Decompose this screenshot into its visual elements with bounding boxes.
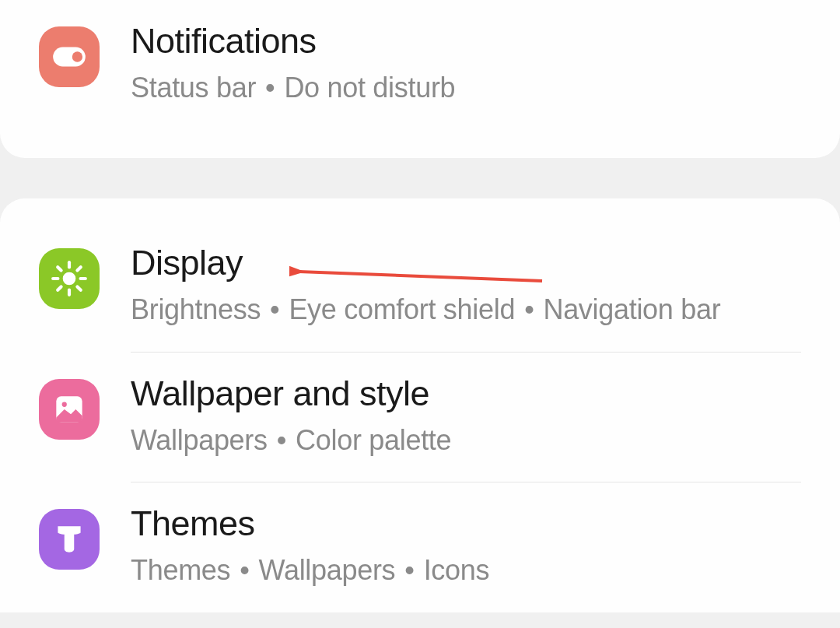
settings-item-text: Notifications Status bar•Do not disturb [131,20,801,107]
svg-point-14 [62,402,67,406]
settings-item-subtitle: Wallpapers•Color palette [131,423,801,459]
settings-item-subtitle: Brightness•Eye comfort shield•Navigation… [131,292,801,328]
svg-point-1 [72,51,82,61]
settings-item-notifications[interactable]: Notifications Status bar•Do not disturb [0,0,840,130]
svg-line-9 [58,286,61,289]
settings-item-title: Display [131,242,801,284]
settings-item-title: Wallpaper and style [131,373,801,415]
settings-item-text: Display Brightness•Eye comfort shield•Na… [131,242,801,328]
settings-item-subtitle: Status bar•Do not disturb [131,70,801,107]
settings-item-subtitle: Themes•Wallpapers•Icons [131,553,801,589]
settings-item-wallpaper[interactable]: Wallpaper and style Wallpapers•Color pal… [0,353,840,482]
settings-item-title: Themes [131,503,801,545]
settings-item-text: Wallpaper and style Wallpapers•Color pal… [131,373,801,459]
display-icon [39,248,100,309]
svg-point-2 [63,272,76,285]
themes-icon [39,509,100,570]
notifications-icon [39,26,100,87]
wallpaper-icon [39,379,100,440]
settings-item-title: Notifications [131,20,801,62]
svg-line-10 [77,267,80,270]
svg-line-7 [58,267,61,270]
settings-item-themes[interactable]: Themes Themes•Wallpapers•Icons [0,482,840,612]
svg-line-8 [77,286,80,289]
settings-item-display[interactable]: Display Brightness•Eye comfort shield•Na… [0,222,840,352]
settings-item-text: Themes Themes•Wallpapers•Icons [131,503,801,589]
